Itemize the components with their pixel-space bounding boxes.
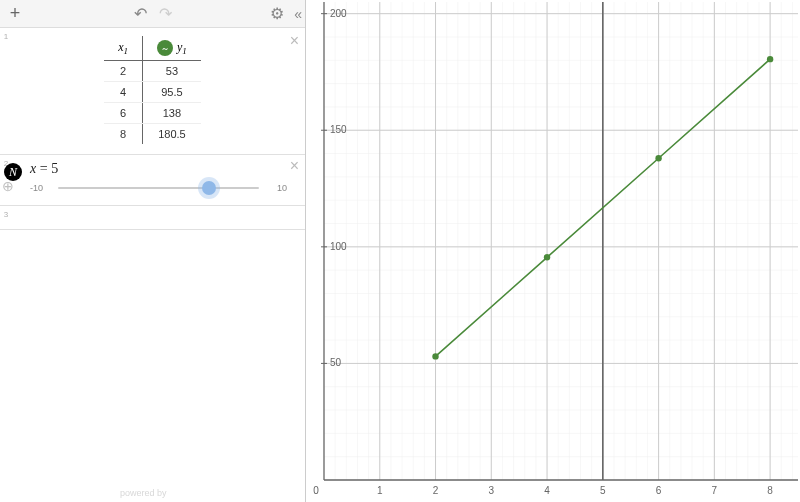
table-row[interactable]: 4 95.5 xyxy=(104,82,201,103)
svg-text:8: 8 xyxy=(767,485,773,496)
slider-expression[interactable]: x = 5 xyxy=(30,161,287,177)
settings-button[interactable]: ⚙ xyxy=(270,4,284,23)
table-header-x[interactable]: x1 xyxy=(104,36,142,61)
table-cell[interactable]: 180.5 xyxy=(143,124,201,145)
row-index: 3 xyxy=(0,206,12,219)
table-cell[interactable]: 2 xyxy=(104,61,142,82)
slider-control[interactable]: -10 10 xyxy=(30,183,287,193)
svg-point-79 xyxy=(432,353,438,359)
series-color-icon[interactable]: ~ xyxy=(157,40,173,56)
svg-text:5: 5 xyxy=(600,485,606,496)
table-cell[interactable]: 138 xyxy=(143,103,201,124)
expression-row-empty[interactable]: 3 xyxy=(0,206,305,230)
table-row[interactable]: 2 53 xyxy=(104,61,201,82)
svg-text:4: 4 xyxy=(544,485,550,496)
delete-row-button[interactable]: × xyxy=(290,157,299,175)
app-root: + ↶ ↷ ⚙ « 1 × x1 xyxy=(0,0,800,502)
redo-button[interactable]: ↷ xyxy=(159,4,172,23)
svg-text:200: 200 xyxy=(330,8,347,19)
table-row[interactable]: 8 180.5 xyxy=(104,124,201,145)
delete-row-button[interactable]: × xyxy=(290,32,299,50)
svg-text:50: 50 xyxy=(330,357,342,368)
expression-panel: + ↶ ↷ ⚙ « 1 × x1 xyxy=(0,0,306,502)
powered-by-label: powered by xyxy=(120,488,167,498)
slider-min[interactable]: -10 xyxy=(30,183,52,193)
svg-text:6: 6 xyxy=(656,485,662,496)
expression-row-table[interactable]: 1 × x1 ~ y1 xyxy=(0,28,305,155)
svg-text:150: 150 xyxy=(330,124,347,135)
slider-max[interactable]: 10 xyxy=(265,183,287,193)
table-cell[interactable]: 53 xyxy=(143,61,201,82)
table-row[interactable]: 6 138 xyxy=(104,103,201,124)
slider-knob[interactable] xyxy=(202,181,216,195)
svg-text:7: 7 xyxy=(712,485,718,496)
table-cell[interactable]: 4 xyxy=(104,82,142,103)
svg-point-82 xyxy=(767,56,773,62)
toolbar: + ↶ ↷ ⚙ « xyxy=(0,0,305,28)
add-expression-button[interactable]: + xyxy=(6,5,24,23)
svg-point-81 xyxy=(655,155,661,161)
undo-button[interactable]: ↶ xyxy=(134,4,147,23)
graph-area[interactable]: 12345678501001502000 xyxy=(306,0,800,502)
svg-point-80 xyxy=(544,254,550,260)
slider-track[interactable] xyxy=(58,187,259,189)
svg-text:100: 100 xyxy=(330,241,347,252)
svg-text:0: 0 xyxy=(313,485,319,496)
table-cell[interactable]: 8 xyxy=(104,124,142,145)
collapse-panel-button[interactable]: « xyxy=(294,6,299,22)
svg-text:2: 2 xyxy=(433,485,439,496)
row-index: 1 xyxy=(0,28,12,41)
expression-row-slider[interactable]: 2 N × x = 5 -10 10 xyxy=(0,155,305,206)
data-table[interactable]: x1 ~ y1 2 xyxy=(104,36,201,144)
svg-text:3: 3 xyxy=(489,485,495,496)
expression-list: 1 × x1 ~ y1 xyxy=(0,28,305,502)
graph-canvas[interactable]: 12345678501001502000 xyxy=(306,0,800,502)
svg-text:1: 1 xyxy=(377,485,383,496)
table-cell[interactable]: 6 xyxy=(104,103,142,124)
expression-icon[interactable]: N xyxy=(4,163,22,181)
table-header-y[interactable]: ~ y1 xyxy=(143,36,201,61)
table-cell[interactable]: 95.5 xyxy=(143,82,201,103)
